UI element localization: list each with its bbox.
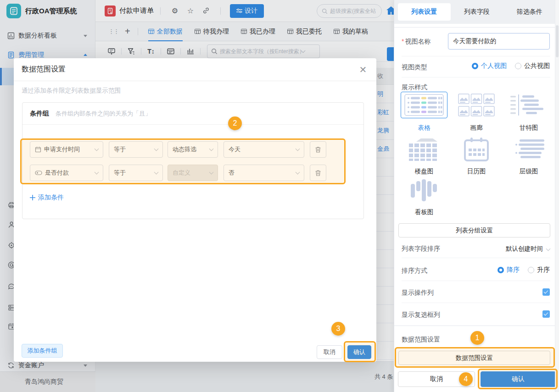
- operator-select[interactable]: 等于: [109, 165, 163, 181]
- condition-group: 条件组 条件组内部条件之间的关系为「且」 申请支付时间 等于 动态筛选: [22, 102, 364, 219]
- tab-label: 筛选条件: [517, 8, 542, 16]
- kanban-style-icon: [401, 179, 447, 203]
- group-title: 条件组: [30, 110, 49, 118]
- add-condition-label: 添加条件: [38, 193, 64, 202]
- calendar-icon: [35, 146, 41, 153]
- style-label: 画廊: [450, 124, 503, 132]
- operator-select[interactable]: 等于: [109, 141, 163, 158]
- tab-label: 列表字段: [464, 8, 490, 16]
- group-hint: 条件组内部条件之间的关系为「且」: [56, 110, 151, 118]
- chevron-down-icon: [95, 170, 99, 174]
- panel-cancel-button[interactable]: 取消: [398, 371, 475, 387]
- value-select[interactable]: 今天: [224, 141, 304, 158]
- divider: [394, 27, 559, 28]
- style-option-gallery[interactable]: 画廊: [450, 92, 503, 132]
- style-label: 甘特图: [503, 124, 555, 132]
- view-name-input[interactable]: [448, 33, 550, 50]
- divider: [394, 326, 559, 326]
- panel-confirm-button[interactable]: 确认: [481, 371, 556, 387]
- operator-select-value: 等于: [114, 169, 126, 177]
- list-group-settings-button[interactable]: 列表分组设置: [398, 223, 550, 237]
- modal-header: 数据范围设置 ✕: [14, 58, 376, 81]
- value-select[interactable]: 否: [224, 165, 304, 181]
- calendar-style-icon: [453, 137, 500, 162]
- add-condition-button[interactable]: 添加条件: [30, 193, 64, 202]
- divider: [402, 303, 550, 303]
- scrollbar-thumb[interactable]: [556, 25, 559, 57]
- mode-select[interactable]: 动态筛选: [168, 141, 218, 158]
- confirm-label: 确认: [512, 375, 525, 383]
- required-asterisk: *: [402, 38, 404, 45]
- style-option-kanban[interactable]: 看板图: [398, 179, 450, 216]
- field-sort-select[interactable]: 默认创建时间: [506, 245, 550, 253]
- style-option-table[interactable]: 表格: [398, 92, 450, 132]
- show-action-column-checkbox[interactable]: [542, 288, 550, 296]
- button-label: 列表分组设置: [456, 226, 493, 235]
- cancel-label: 取消: [430, 375, 443, 383]
- radio-label[interactable]: 降序: [507, 266, 520, 274]
- style-label: 表格: [398, 124, 450, 132]
- field-select[interactable]: 是否付款: [30, 165, 103, 181]
- radio-label[interactable]: 公共视图: [524, 62, 550, 70]
- field-select[interactable]: 申请支付时间: [30, 141, 103, 158]
- style-option-calendar[interactable]: 日历图: [450, 137, 503, 176]
- style-label: 日历图: [450, 167, 503, 176]
- radio-label[interactable]: 个人视图: [481, 62, 507, 70]
- condition-row: 申请支付时间 等于 动态筛选 今天: [22, 141, 363, 158]
- style-option-gantt[interactable]: 甘特图: [503, 92, 555, 132]
- show-action-column-label: 显示操作列: [402, 289, 434, 297]
- style-label: 楼盘图: [398, 167, 450, 176]
- divider: [402, 56, 550, 56]
- style-option-hierarchy[interactable]: 层级图: [503, 137, 555, 176]
- add-group-label: 添加条件组: [28, 347, 57, 355]
- radio-ascending[interactable]: [528, 267, 534, 273]
- radio-personal-view[interactable]: [472, 63, 478, 69]
- tab-list-settings[interactable]: 列表设置: [398, 3, 451, 21]
- chevron-down-icon: [546, 246, 551, 251]
- modal-cancel-button[interactable]: 取消: [317, 345, 342, 359]
- display-style-label: 展示样式: [402, 83, 427, 92]
- cancel-label: 取消: [324, 348, 335, 356]
- field-select-value: 申请支付时间: [44, 145, 80, 154]
- radio-public-view[interactable]: [515, 63, 521, 69]
- add-condition-group-button[interactable]: 添加条件组: [22, 344, 63, 358]
- delete-condition-button[interactable]: [310, 141, 326, 158]
- chevron-down-icon: [296, 146, 300, 151]
- tab-filter-conditions[interactable]: 筛选条件: [503, 3, 556, 21]
- field-select-value: 是否付款: [45, 169, 69, 177]
- chevron-down-icon: [296, 170, 300, 174]
- mode-select-value: 自定义: [173, 169, 190, 177]
- data-range-settings-button[interactable]: 数据范围设置: [398, 351, 550, 365]
- chevron-down-icon: [209, 146, 214, 151]
- divider: [402, 258, 550, 258]
- radio-descending[interactable]: [498, 267, 504, 273]
- button-label: 数据范围设置: [456, 354, 493, 362]
- show-checkbox-column-checkbox[interactable]: [542, 310, 550, 318]
- mode-select-value: 动态筛选: [173, 145, 196, 154]
- scrollbar[interactable]: [555, 0, 559, 392]
- modal-confirm-button[interactable]: 确认: [347, 345, 371, 359]
- chevron-down-icon: [154, 170, 159, 174]
- plus-icon: [30, 195, 35, 200]
- view-type-label: 视图类型: [402, 63, 427, 72]
- style-option-building[interactable]: 楼盘图: [398, 137, 450, 176]
- mode-select: 自定义: [168, 165, 218, 181]
- show-checkbox-column-label: 显示复选框列: [402, 311, 440, 319]
- confirm-label: 确认: [353, 348, 365, 356]
- data-range-section-label: 数据范围设置: [402, 336, 440, 344]
- operator-select-value: 等于: [114, 145, 126, 154]
- radio-label[interactable]: 升序: [537, 266, 550, 274]
- toggle-icon: [35, 170, 42, 176]
- app-screen: 行政OA管理系统 数据分析看板 费用管理: [0, 0, 559, 392]
- trash-icon: [315, 146, 321, 153]
- tab-list-fields[interactable]: 列表字段: [451, 3, 503, 21]
- divider: [402, 77, 550, 77]
- tab-label: 列表设置: [411, 8, 437, 16]
- value-select-value: 否: [229, 169, 235, 177]
- field-sort-label: 列表字段排序: [402, 245, 440, 253]
- close-icon[interactable]: ✕: [358, 65, 368, 75]
- gallery-style-icon: [453, 92, 500, 118]
- delete-condition-button[interactable]: [310, 165, 326, 181]
- building-style-icon: [401, 137, 447, 162]
- condition-group-header: 条件组 条件组内部条件之间的关系为「且」: [22, 103, 363, 125]
